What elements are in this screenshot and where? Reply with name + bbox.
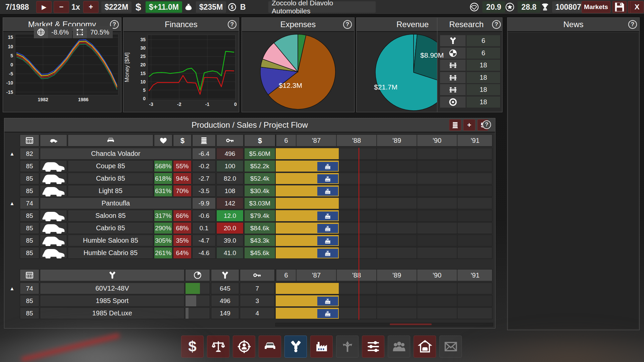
toolbar-target-button[interactable] <box>233 336 255 358</box>
gantt-year-header: '89 <box>376 135 417 146</box>
collapse-triangle-icon[interactable]: ▲ <box>7 286 17 291</box>
gantt-row[interactable] <box>275 283 492 294</box>
gantt-scrollbar-thumb[interactable] <box>390 323 432 325</box>
revenue-title: Revenue <box>396 20 429 29</box>
trim-name-cell[interactable]: Saloon 85 <box>68 210 153 222</box>
toolbar-factory-button[interactable] <box>310 336 333 358</box>
model-group-name-cell[interactable]: Pantoufla <box>40 197 192 209</box>
research-row[interactable]: 18 <box>440 97 500 108</box>
research-row[interactable]: 6 <box>440 48 500 59</box>
toolbar-arrows3-button[interactable] <box>336 336 359 358</box>
factory-icon[interactable] <box>317 174 338 183</box>
money-cell: $79.4k <box>244 210 275 222</box>
trim-name-cell[interactable]: Light 85 <box>68 185 153 197</box>
engine-name-cell[interactable]: 1985 DeLuxe <box>40 307 184 319</box>
help-icon[interactable]: ? <box>492 20 501 29</box>
speed-up-button[interactable]: + <box>83 1 99 13</box>
toolbar-mail-button[interactable] <box>439 336 462 358</box>
research-row[interactable]: 6 <box>440 35 500 46</box>
gantt-row[interactable] <box>275 210 492 222</box>
model-year-cell: 85 <box>20 235 39 246</box>
gantt-project-bar[interactable] <box>276 283 339 294</box>
help-icon[interactable]: ? <box>628 20 637 29</box>
credit-rating: B <box>240 0 246 14</box>
toolbar-engine-button[interactable] <box>284 336 307 358</box>
expenses-total-label: $12.3M <box>279 81 302 89</box>
factory-icon[interactable] <box>317 187 338 196</box>
units-cell: 39.0 <box>216 235 244 246</box>
engine-name-cell[interactable]: 60V12-48V <box>40 283 184 294</box>
engine-name-cell[interactable]: 1985 Sport <box>40 295 184 307</box>
revenue-small-label: $8.90M <box>420 51 444 59</box>
gantt-year-header: 6 <box>276 269 296 281</box>
help-icon[interactable]: ? <box>482 120 491 129</box>
game-screen: { "top_bar": { "date": "7/1988", "play":… <box>0 0 644 362</box>
wheel-icon <box>440 97 466 108</box>
svg-text:0: 0 <box>234 102 237 107</box>
carfront-icon <box>68 134 153 146</box>
toolbar-sliders-button[interactable] <box>362 336 384 358</box>
toolbar-car-front-button[interactable] <box>259 336 281 358</box>
trim-name-cell[interactable]: Coupe 85 <box>68 160 153 172</box>
engine-year-cell: 85 <box>20 295 39 307</box>
trim-name-cell[interactable]: Cabrio 85 <box>68 222 153 234</box>
model-year-cell: 82 <box>20 148 39 160</box>
economy-growth-value: -8.6% <box>48 26 72 38</box>
add-button[interactable]: + <box>463 119 475 131</box>
collapse-triangle-icon[interactable]: ▲ <box>7 151 17 157</box>
svg-text:Money [$M]: Money [$M] <box>124 53 130 82</box>
units-cell: 100 <box>216 160 244 172</box>
popularity-cell: 261% <box>154 247 172 259</box>
gantt-project-bar[interactable] <box>276 198 339 209</box>
stock-cell: -2.7 <box>192 173 216 184</box>
stock-cell: -0.2 <box>192 160 216 172</box>
chassis-icon <box>440 84 466 95</box>
top-bar: 7/1988 ▶ − 1x + $222M $ $+11.0M $235M $ … <box>0 0 644 15</box>
gantt-row[interactable] <box>275 160 492 172</box>
stack-view-button[interactable] <box>449 119 461 131</box>
markets-button[interactable]: Markets <box>582 1 610 13</box>
popularity-cell: 568% <box>154 160 172 172</box>
gantt-row[interactable] <box>275 235 492 246</box>
toolbar-scales-button[interactable] <box>207 336 229 358</box>
speed-down-button[interactable]: − <box>54 1 69 13</box>
research-row[interactable]: 18 <box>440 72 500 83</box>
gantt-row[interactable] <box>275 148 492 160</box>
play-button[interactable]: ▶ <box>36 1 52 13</box>
toolbar-dealer-button[interactable] <box>414 336 436 358</box>
gantt-row[interactable] <box>275 295 492 307</box>
trim-name-cell[interactable]: Cabrio 85 <box>68 173 153 184</box>
popularity-cell: 317% <box>154 210 172 222</box>
gantt-row[interactable] <box>275 307 492 319</box>
gantt-scrollbar[interactable] <box>275 323 493 326</box>
save-button[interactable] <box>612 1 627 13</box>
toolbar-people-button[interactable] <box>388 336 410 358</box>
gantt-row[interactable] <box>275 222 492 234</box>
factory-icon[interactable] <box>317 309 338 318</box>
help-icon[interactable]: ? <box>343 20 352 29</box>
research-row[interactable]: 18 <box>440 84 500 95</box>
factory-icon[interactable] <box>317 249 338 258</box>
close-button[interactable]: X <box>630 1 644 13</box>
factory-icon[interactable] <box>317 212 338 221</box>
stock-cell: -3.5 <box>192 185 216 197</box>
cal-icon <box>20 269 39 281</box>
gantt-project-bar[interactable] <box>276 148 339 159</box>
factory-icon[interactable] <box>317 297 338 306</box>
help-icon[interactable]: ? <box>228 20 236 29</box>
research-row[interactable]: 18 <box>440 60 500 71</box>
gantt-row[interactable] <box>275 247 492 259</box>
score-value: 100807 <box>552 1 585 13</box>
collapse-triangle-icon[interactable]: ▲ <box>7 200 17 206</box>
trim-name-cell[interactable]: Humble Cabrio 85 <box>68 247 153 259</box>
gantt-row[interactable] <box>275 185 492 197</box>
factory-icon[interactable] <box>317 236 338 245</box>
svg-text:0: 0 <box>143 96 146 101</box>
gantt-row[interactable] <box>275 197 492 209</box>
model-group-name-cell[interactable]: Chancla Volador <box>40 148 192 160</box>
factory-icon[interactable] <box>317 162 338 171</box>
trim-name-cell[interactable]: Humble Saloon 85 <box>68 235 153 246</box>
toolbar-dollar-button[interactable]: $ <box>181 336 204 358</box>
factory-icon[interactable] <box>317 224 338 233</box>
gantt-row[interactable] <box>275 173 492 184</box>
